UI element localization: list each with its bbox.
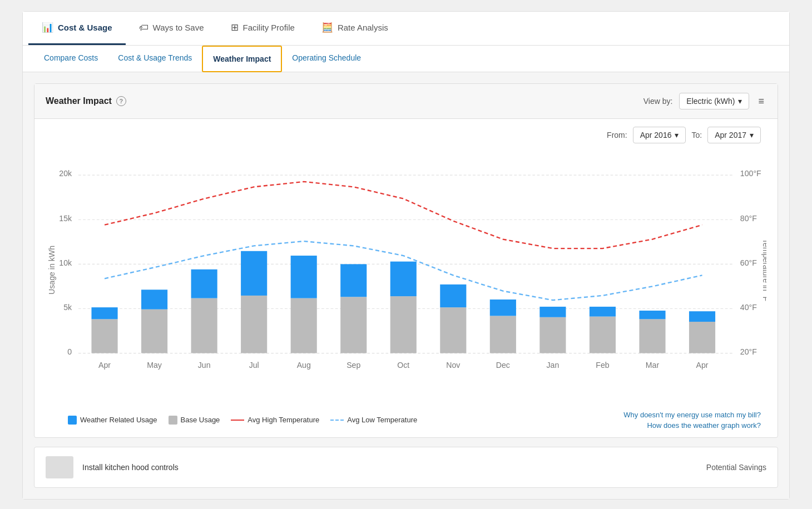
svg-text:Jan: Jan xyxy=(547,361,560,370)
legend-weather-usage: Weather Related Usage xyxy=(68,416,157,425)
svg-rect-40 xyxy=(689,322,715,353)
sub-tab-operating-schedule[interactable]: Operating Schedule xyxy=(282,46,371,72)
legend-line-blue xyxy=(330,420,344,421)
svg-rect-23 xyxy=(241,251,267,296)
svg-rect-39 xyxy=(639,311,665,319)
svg-rect-31 xyxy=(440,285,466,307)
svg-text:Usage in kWh: Usage in kWh xyxy=(48,246,57,295)
svg-text:20k: 20k xyxy=(59,169,72,178)
svg-rect-32 xyxy=(490,316,516,353)
legend-swatch-blue xyxy=(68,416,77,425)
cost-usage-label: Cost & Usage xyxy=(58,23,112,32)
chart-legend: Weather Related Usage Base Usage Avg Hig… xyxy=(34,405,778,437)
tab-cost-usage[interactable]: 📊 Cost & Usage xyxy=(28,12,126,45)
svg-rect-36 xyxy=(590,317,616,353)
potential-savings-label: Potential Savings xyxy=(706,463,766,472)
weather-impact-card: Weather Impact ? View by: Electric (kWh)… xyxy=(34,83,778,438)
svg-text:Nov: Nov xyxy=(446,361,461,370)
facility-profile-label: Facility Profile xyxy=(243,23,295,32)
to-date-dropdown[interactable]: Apr 2017 ▾ xyxy=(707,127,761,143)
svg-text:80°F: 80°F xyxy=(740,214,757,223)
svg-text:0: 0 xyxy=(67,347,72,356)
svg-rect-35 xyxy=(539,307,566,317)
view-by-dropdown[interactable]: Electric (kWh) ▾ xyxy=(679,93,749,109)
svg-rect-19 xyxy=(141,290,167,309)
chevron-down-icon: ▾ xyxy=(675,131,679,139)
svg-rect-18 xyxy=(141,310,167,353)
to-label: To: xyxy=(691,131,702,139)
svg-rect-41 xyxy=(689,311,715,322)
bar-apr-base xyxy=(91,319,117,353)
legend-base-usage: Base Usage xyxy=(169,416,220,425)
svg-text:10k: 10k xyxy=(59,258,72,267)
svg-text:Aug: Aug xyxy=(297,361,311,370)
bottom-card: Install kitchen hood controls Potential … xyxy=(34,447,778,488)
how-weather-link[interactable]: How does the weather graph work? xyxy=(647,421,761,430)
from-label: From: xyxy=(607,131,627,139)
menu-icon[interactable]: ≡ xyxy=(756,93,766,109)
legend-swatch-gray xyxy=(169,416,177,425)
sub-tab-cost-usage-trends[interactable]: Cost & Usage Trends xyxy=(108,46,202,72)
svg-rect-37 xyxy=(590,307,616,317)
svg-rect-24 xyxy=(291,298,317,353)
svg-text:20°F: 20°F xyxy=(740,347,757,356)
facility-profile-icon: ⊞ xyxy=(231,22,239,33)
legend-links: Why doesn't my energy use match my bill?… xyxy=(623,411,761,430)
svg-rect-38 xyxy=(639,319,665,353)
svg-text:Sep: Sep xyxy=(346,361,360,370)
svg-rect-22 xyxy=(241,296,267,353)
svg-rect-34 xyxy=(539,317,566,353)
ways-to-save-icon: 🏷 xyxy=(139,22,148,33)
top-nav: 📊 Cost & Usage 🏷 Ways to Save ⊞ Facility… xyxy=(23,12,789,46)
kitchen-hood-icon xyxy=(46,456,73,478)
main-content: Weather Impact ? View by: Electric (kWh)… xyxy=(23,72,789,499)
sub-nav: Compare Costs Cost & Usage Trends Weathe… xyxy=(23,46,789,72)
main-container: 📊 Cost & Usage 🏷 Ways to Save ⊞ Facility… xyxy=(22,11,790,500)
weather-chart-svg: 20k 15k 10k 5k 0 Usage in kWh 100°F 80°F… xyxy=(46,149,766,398)
svg-rect-30 xyxy=(440,307,466,353)
chart-title: Weather Impact ? xyxy=(46,96,126,106)
tab-ways-to-save[interactable]: 🏷 Ways to Save xyxy=(126,12,217,45)
svg-rect-20 xyxy=(191,298,217,353)
svg-rect-27 xyxy=(340,264,367,297)
bottom-card-title: Install kitchen hood controls xyxy=(82,463,179,472)
legend-avg-low-temp: Avg Low Temperature xyxy=(330,416,417,424)
svg-text:Temperature in °F: Temperature in °F xyxy=(761,239,766,302)
sub-tab-compare-costs[interactable]: Compare Costs xyxy=(34,46,108,72)
help-icon[interactable]: ? xyxy=(116,96,126,106)
svg-text:Apr: Apr xyxy=(696,361,709,370)
date-controls: From: Apr 2016 ▾ To: Apr 2017 ▾ xyxy=(34,119,778,143)
svg-rect-29 xyxy=(390,262,417,296)
svg-text:60°F: 60°F xyxy=(740,258,757,267)
legend-avg-high-temp: Avg High Temperature xyxy=(231,416,319,424)
tab-facility-profile[interactable]: ⊞ Facility Profile xyxy=(217,12,308,45)
why-energy-link[interactable]: Why doesn't my energy use match my bill? xyxy=(623,411,761,419)
chart-area: 20k 15k 10k 5k 0 Usage in kWh 100°F 80°F… xyxy=(34,143,778,405)
view-by-label: View by: xyxy=(643,97,673,106)
svg-rect-33 xyxy=(490,300,516,316)
chevron-down-icon: ▾ xyxy=(738,97,742,106)
svg-text:15k: 15k xyxy=(59,214,72,223)
svg-rect-25 xyxy=(291,256,317,298)
svg-text:Apr: Apr xyxy=(98,361,111,370)
rate-analysis-icon: 🧮 xyxy=(321,22,333,33)
legend-line-red xyxy=(231,420,244,421)
svg-text:Feb: Feb xyxy=(596,361,609,370)
sub-tab-weather-impact[interactable]: Weather Impact xyxy=(202,46,282,72)
cost-usage-icon: 📊 xyxy=(42,22,53,33)
svg-rect-28 xyxy=(390,296,417,353)
bar-apr-weather xyxy=(91,307,117,319)
svg-text:May: May xyxy=(147,361,162,370)
tab-rate-analysis[interactable]: 🧮 Rate Analysis xyxy=(308,12,402,45)
chart-controls: View by: Electric (kWh) ▾ ≡ xyxy=(643,93,766,109)
ways-to-save-label: Ways to Save xyxy=(153,23,204,32)
svg-text:40°F: 40°F xyxy=(740,303,757,312)
svg-text:Oct: Oct xyxy=(397,361,409,370)
from-date-dropdown[interactable]: Apr 2016 ▾ xyxy=(633,127,686,143)
rate-analysis-label: Rate Analysis xyxy=(338,23,388,32)
svg-text:100°F: 100°F xyxy=(740,169,761,178)
svg-text:Dec: Dec xyxy=(496,361,510,370)
chart-header: Weather Impact ? View by: Electric (kWh)… xyxy=(34,84,778,119)
svg-text:Jun: Jun xyxy=(198,361,211,370)
avg-high-temp-line xyxy=(105,182,702,248)
